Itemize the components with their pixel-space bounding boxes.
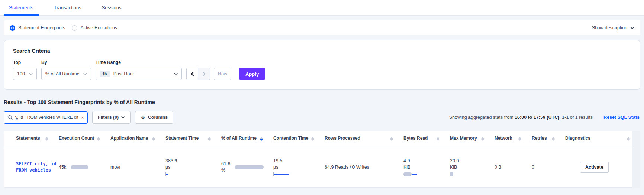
cell-application-name: movr (110, 165, 165, 170)
top-label: Top (13, 60, 37, 65)
chevron-down-icon (174, 73, 178, 75)
time-range-value: Past Hour (113, 71, 134, 77)
cell-max-memory: 20.0 KiB (450, 158, 495, 176)
radio-active-executions[interactable]: Active Executions (72, 25, 117, 31)
column-header-runtime[interactable]: % of All Runtime (221, 136, 273, 142)
time-range-label: Time Range (96, 60, 182, 65)
cell-statement: SELECT city, id FROM vehicles (16, 161, 59, 173)
radio-unselected-icon[interactable] (72, 25, 77, 31)
aggregated-stats-note: Showing aggregated stats from 16:00 to 1… (449, 115, 593, 120)
chevron-down-icon (121, 116, 125, 118)
column-header-network[interactable]: Network (495, 136, 532, 142)
cell-network: 0 B (495, 165, 532, 170)
sort-icon[interactable] (518, 137, 521, 141)
view-toggle-card: Statement Fingerprints Active Executions… (4, 20, 640, 35)
top-group: Top 100 (13, 60, 37, 80)
table-header: Statements Execution Count Application N… (4, 131, 640, 147)
execution-count-bar (71, 165, 88, 169)
runtime-bar (235, 165, 264, 169)
activate-diagnostics-button[interactable]: Activate (580, 162, 609, 173)
statement-fingerprint-link[interactable]: SELECT city, id (16, 161, 59, 167)
search-criteria-title: Search Criteria (13, 48, 631, 54)
gear-icon: ⚙ (141, 114, 145, 120)
column-header-diagnostics[interactable]: Diagnostics (565, 136, 640, 142)
clear-search-icon[interactable]: × (81, 115, 84, 120)
chevron-down-icon (83, 73, 87, 75)
by-group: By % of All Runtime (41, 60, 91, 80)
column-header-application-name[interactable]: Application Name (110, 136, 165, 142)
cell-diagnostics: Activate (565, 162, 640, 173)
column-header-bytes-read[interactable]: Bytes Read (403, 136, 450, 142)
column-header-statement-time[interactable]: Statement Time (165, 136, 221, 142)
sort-icon[interactable] (437, 137, 439, 141)
previous-interval-button[interactable] (186, 68, 198, 80)
column-header-rows-processed[interactable]: Rows Processed (325, 136, 403, 142)
scrollbar-track[interactable] (632, 131, 640, 188)
chevron-left-icon (191, 72, 194, 76)
now-button[interactable]: Now (214, 68, 231, 80)
by-select[interactable]: % of All Runtime (41, 68, 91, 80)
radio-statement-fingerprints[interactable]: Statement Fingerprints (10, 25, 65, 31)
statement-fingerprint-link[interactable]: FROM vehicles (16, 167, 59, 173)
cell-execution-count: 45k (59, 165, 110, 170)
sort-icon[interactable] (208, 137, 211, 141)
search-input[interactable]: y, id FROM vehicles WHERE city = $1 × (4, 111, 88, 124)
tab-sessions[interactable]: Sessions (97, 0, 127, 15)
by-label: By (41, 60, 91, 65)
sort-icon[interactable] (552, 137, 555, 141)
sort-icon[interactable] (627, 137, 630, 141)
search-icon (7, 115, 13, 120)
next-interval-button[interactable] (198, 68, 210, 80)
by-select-value: % of All Runtime (45, 71, 80, 77)
time-range-badge: 1h (100, 71, 110, 77)
cell-retries: 0 (532, 165, 565, 170)
top-select-value: 100 (17, 71, 25, 77)
cell-rows-processed: 64.9 Reads / 0 Writes (325, 165, 403, 170)
column-header-contention-time[interactable]: Contention Time (273, 136, 325, 142)
divider (598, 113, 598, 122)
show-description-label: Show description (592, 25, 627, 30)
tab-transactions[interactable]: Transactions (49, 0, 87, 15)
columns-button-label: Columns (148, 115, 168, 120)
show-description-toggle[interactable]: Show description (592, 25, 634, 30)
top-tab-bar: Statements Transactions Sessions (0, 0, 644, 16)
apply-button[interactable]: Apply (239, 68, 265, 80)
time-step-buttons (186, 68, 210, 80)
radio-label: Statement Fingerprints (18, 25, 65, 30)
stats-time-range: 16:00 to 17:59 (UTC) (515, 115, 559, 120)
statements-table-card: Statements Execution Count Application N… (4, 131, 640, 188)
filters-button-label: Filters (0) (98, 115, 119, 120)
search-criteria-card: Search Criteria Top 100 By % of All Runt… (4, 40, 640, 90)
sort-icon[interactable] (311, 137, 314, 141)
tab-statements[interactable]: Statements (4, 0, 39, 15)
column-header-statements[interactable]: Statements (16, 136, 59, 142)
search-criteria-controls: Top 100 By % of All Runtime (13, 60, 631, 80)
table-row: SELECT city, id FROM vehicles 45k movr 3… (4, 147, 640, 188)
chevron-down-icon (630, 27, 634, 29)
cell-bytes-read: 4.9 KiB (403, 158, 450, 176)
statement-time-bar (165, 172, 221, 176)
column-header-retries[interactable]: Retries (532, 136, 565, 142)
filter-row: y, id FROM vehicles WHERE city = $1 × Fi… (4, 111, 640, 124)
sort-icon[interactable] (152, 137, 155, 141)
time-range-group: Time Range 1h Past Hour (96, 60, 182, 80)
sort-icon[interactable] (481, 137, 484, 141)
sort-icon[interactable] (390, 137, 393, 141)
sort-icon[interactable] (260, 137, 263, 141)
column-header-max-memory[interactable]: Max Memory (450, 136, 495, 142)
radio-selected-icon[interactable] (10, 25, 15, 31)
reset-sql-stats-link[interactable]: Reset SQL Stats (603, 115, 640, 120)
column-header-execution-count[interactable]: Execution Count (59, 136, 110, 142)
cell-statement-time: 383.9 µs (165, 158, 221, 176)
time-range-select[interactable]: 1h Past Hour (96, 68, 182, 80)
sort-icon[interactable] (45, 137, 48, 141)
filters-button[interactable]: Filters (0) (92, 111, 131, 124)
columns-button[interactable]: ⚙ Columns (135, 111, 173, 124)
cell-contention-time: 19.5 µs (273, 158, 325, 176)
cell-runtime: 61.6 % (221, 161, 273, 173)
top-select[interactable]: 100 (13, 68, 37, 80)
contention-time-bar (273, 172, 325, 176)
chevron-down-icon (29, 73, 33, 75)
chevron-right-icon (203, 72, 206, 76)
sort-icon[interactable] (97, 137, 100, 141)
